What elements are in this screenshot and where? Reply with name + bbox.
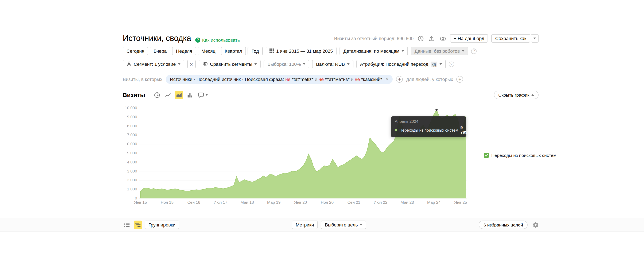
attribution-label: Атрибуция: Последний переход: [360, 62, 428, 67]
save-as-dropdown-button[interactable]: [531, 34, 538, 42]
chevron-down-icon: [534, 38, 536, 39]
svg-text:Ноя 15: Ноя 15: [161, 200, 174, 204]
line-chart-icon[interactable]: [164, 91, 172, 99]
tooltip-series-dot: [395, 129, 397, 131]
date-range-button[interactable]: 1 янв 2015 — 31 мар 2025: [266, 47, 337, 55]
svg-text:3 000: 3 000: [127, 169, 137, 173]
legend-label: Переходы из поисковых систем: [491, 153, 556, 158]
page-title: Источники, сводка: [123, 34, 191, 43]
compare-segments-button[interactable]: Сравнить сегменты: [199, 60, 261, 68]
how-to-use-link[interactable]: ? Как использовать: [195, 37, 240, 42]
legend-checkbox[interactable]: [484, 153, 489, 158]
segment-conditions-row: Визиты, в которых Источники · Последний …: [123, 75, 538, 84]
info-icon: ?: [195, 37, 200, 42]
segment-button[interactable]: Сегмент: 1 условие: [123, 60, 184, 68]
svg-text:Июл 22: Июл 22: [374, 200, 387, 204]
date-preset-5[interactable]: Год: [248, 47, 263, 55]
date-controls-row: СегодняВчераНеделяМесяцКварталГод 1 янв …: [123, 47, 538, 55]
bottom-toolbar: Группировки Метрики Выберите цель 6 избр…: [0, 218, 644, 232]
list-view-icon[interactable]: [123, 220, 131, 229]
data-mode-button[interactable]: Данные: без роботов: [411, 47, 468, 55]
close-icon: ×: [190, 61, 193, 67]
bar-chart-icon[interactable]: [186, 91, 194, 99]
svg-text:Янв 25: Янв 25: [454, 200, 467, 204]
add-visit-condition-button[interactable]: +: [396, 76, 403, 83]
chevron-up-icon: [532, 94, 534, 96]
chart-header: Визиты Скрыть график: [123, 91, 538, 99]
chevron-down-icon: [360, 224, 362, 226]
date-presets: СегодняВчераНеделяМесяцКварталГод: [123, 47, 263, 55]
granularity-button[interactable]: Детализация: по месяцам: [340, 47, 408, 55]
compare-icon: [202, 61, 208, 67]
clear-segment-button[interactable]: ×: [187, 60, 196, 68]
svg-text:Май 23: Май 23: [400, 200, 414, 204]
save-as-split: Сохранить как: [492, 34, 538, 42]
svg-text:Ноя 20: Ноя 20: [321, 200, 334, 204]
sampling-button[interactable]: Выборка: 100%: [264, 60, 309, 68]
date-preset-2[interactable]: Неделя: [172, 47, 196, 55]
add-to-dashboard-button[interactable]: + На дашборд: [450, 34, 488, 42]
gear-icon[interactable]: [533, 222, 538, 228]
annotations-icon[interactable]: [196, 91, 209, 99]
legend-item[interactable]: Переходы из поисковых систем: [484, 153, 556, 158]
svg-text:0: 0: [135, 196, 137, 200]
sampling-label: Выборка: 100%: [268, 62, 301, 67]
segments-compare-icon[interactable]: [439, 34, 446, 42]
chevron-down-icon: [347, 63, 350, 65]
choose-goal-button[interactable]: Выберите цель: [321, 220, 366, 229]
favorite-goals-button[interactable]: 6 избранных целей: [479, 220, 528, 229]
calendar-icon: [270, 48, 274, 54]
date-preset-1[interactable]: Вчера: [150, 47, 170, 55]
chevron-down-icon: [440, 63, 442, 65]
date-preset-0[interactable]: Сегодня: [123, 47, 148, 55]
svg-text:5 000: 5 000: [127, 151, 137, 155]
chip-remove-icon[interactable]: ×: [386, 76, 389, 82]
hide-chart-label: Скрыть график: [498, 92, 529, 98]
svg-text:Мар 19: Мар 19: [267, 200, 281, 204]
pie-chart-icon[interactable]: [153, 91, 161, 99]
attribution-badge: кд: [430, 61, 437, 67]
svg-text:6 000: 6 000: [127, 142, 137, 146]
tooltip-value: 9 799: [460, 125, 467, 134]
attribution-button[interactable]: Атрибуция: Последний переход кд: [356, 60, 446, 68]
granularity-label: Детализация: по месяцам: [343, 48, 399, 54]
chevron-down-icon: [206, 94, 208, 96]
metrics-button[interactable]: Метрики: [292, 220, 318, 229]
chevron-down-icon: [303, 63, 306, 65]
svg-text:10 000: 10 000: [125, 106, 137, 110]
segment-label: Сегмент: 1 условие: [134, 62, 176, 67]
segment-chip-text: Источники · Последний источник · Поисков…: [170, 77, 382, 82]
history-icon[interactable]: [417, 34, 424, 42]
visits-in-which-label: Визиты, в которых: [123, 77, 162, 82]
tree-view-icon[interactable]: [134, 220, 142, 229]
chevron-down-icon: [462, 50, 464, 52]
compare-label: Сравнить сегменты: [210, 62, 252, 67]
svg-text:Янв 15: Янв 15: [134, 200, 147, 204]
svg-text:1 000: 1 000: [127, 187, 137, 191]
chart-area: 01 0002 0003 0004 0005 0006 0007 0008 00…: [123, 105, 538, 206]
svg-text:9 000: 9 000: [127, 115, 137, 119]
add-people-condition-button[interactable]: +: [456, 76, 463, 83]
svg-text:2 000: 2 000: [127, 178, 137, 182]
groupings-button[interactable]: Группировки: [145, 220, 179, 229]
period-visits-label: Визиты за отчётный период: 896 800: [334, 36, 414, 41]
svg-text:4 000: 4 000: [127, 160, 137, 164]
chevron-down-icon: [178, 63, 180, 65]
help-icon[interactable]: ?: [471, 48, 476, 54]
choose-goal-label: Выберите цель: [325, 222, 358, 227]
svg-text:Сен 16: Сен 16: [187, 200, 200, 204]
help-icon[interactable]: ?: [449, 61, 454, 67]
date-preset-4[interactable]: Квартал: [221, 47, 246, 55]
currency-button[interactable]: Валюта: RUB: [312, 60, 354, 68]
hide-chart-button[interactable]: Скрыть график: [494, 91, 538, 99]
area-chart-icon[interactable]: [174, 91, 183, 99]
svg-text:Сен 21: Сен 21: [347, 200, 360, 204]
segment-chip[interactable]: Источники · Последний источник · Поисков…: [166, 75, 393, 84]
chart-title: Визиты: [123, 92, 145, 98]
export-icon[interactable]: [428, 34, 436, 42]
svg-text:Мар 24: Мар 24: [427, 200, 441, 204]
person-icon: [126, 61, 132, 67]
date-preset-3[interactable]: Месяц: [198, 47, 219, 55]
page: Источники, сводка ? Как использовать Виз…: [0, 0, 644, 256]
save-as-button[interactable]: Сохранить как: [492, 34, 530, 42]
